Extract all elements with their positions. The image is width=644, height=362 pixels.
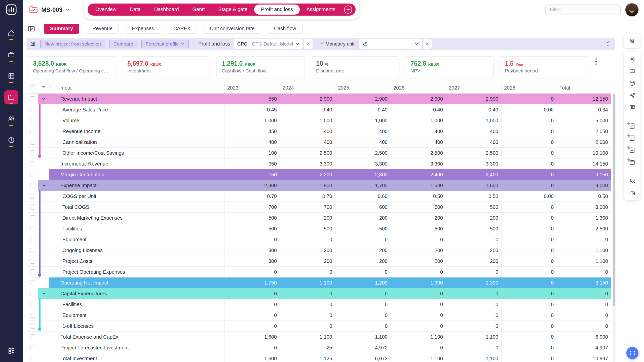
row-checkbox[interactable] xyxy=(30,226,35,231)
nav-tab[interactable]: Stage & gate xyxy=(211,4,254,16)
nav-tab[interactable]: Dashboard xyxy=(147,4,186,16)
table-row[interactable]: Volume1,0001,0001,0001,0001,00005,000 xyxy=(28,115,611,126)
model-select[interactable]: CPG - CPG Default Model xyxy=(234,39,303,49)
row-checkbox[interactable] xyxy=(30,205,35,210)
kpi-menu-button[interactable] xyxy=(595,58,597,65)
sub-tab[interactable]: Unit conversion rate xyxy=(204,24,261,34)
table-row[interactable]: Project Operating Expenses0000000 xyxy=(28,267,611,277)
row-checkbox[interactable] xyxy=(30,183,35,188)
collapse-group-icon[interactable] xyxy=(42,183,46,188)
row-checkbox[interactable] xyxy=(30,215,35,220)
nav-tab[interactable]: Profit and loss xyxy=(254,5,300,15)
column-header-2027[interactable]: 2027 xyxy=(446,82,501,93)
toolbar-button[interactable]: New project from selection xyxy=(40,40,105,48)
row-checkbox[interactable] xyxy=(30,129,35,134)
scrollbar-thumb[interactable] xyxy=(613,94,615,306)
column-header-2026[interactable]: 2026 xyxy=(391,82,446,93)
row-checkbox[interactable] xyxy=(30,324,35,329)
table-row[interactable]: Cannibalization40040040040040002,000 xyxy=(28,137,611,148)
sidebar-item-time[interactable] xyxy=(4,133,18,147)
sub-tab[interactable]: Revenue xyxy=(86,24,119,34)
row-checkbox[interactable] xyxy=(30,356,35,361)
row-checkbox[interactable] xyxy=(30,334,35,339)
sidebar-item-projects[interactable] xyxy=(4,48,18,62)
column-header-input[interactable]: Input xyxy=(56,82,224,93)
row-checkbox[interactable] xyxy=(30,280,35,285)
sidebar-item-home[interactable] xyxy=(4,26,18,40)
package-icon[interactable] xyxy=(629,80,635,87)
nav-tab[interactable]: Overview xyxy=(89,4,123,16)
save-icon[interactable] xyxy=(629,56,635,62)
toolbar-button[interactable]: Forecast profile xyxy=(141,40,189,48)
tune-icon[interactable] xyxy=(629,38,635,44)
user-avatar[interactable] xyxy=(625,3,638,16)
table-row[interactable]: Expense Impact2,3001,8001,7001,6001,6000… xyxy=(28,180,611,191)
table-row[interactable]: Equipment0000000 xyxy=(28,234,611,245)
table-row[interactable]: Operating Net Impact-1,7501,1001,2001,30… xyxy=(28,277,611,288)
collapse-toolbar-button[interactable] xyxy=(607,41,610,47)
project-switcher[interactable]: MS-003 xyxy=(29,5,70,15)
sub-tab[interactable]: Summary xyxy=(44,24,79,34)
table-row[interactable]: Other Income/Cost Savings1002,5002,5002,… xyxy=(28,148,611,158)
table-row[interactable]: Total Investment1,6001,1256,0721,1001,10… xyxy=(28,353,611,362)
table-row[interactable]: Capital Expenditures0000000 xyxy=(28,288,611,299)
nav-tab[interactable]: Assignments xyxy=(300,4,342,16)
toolbar-button[interactable]: Compare xyxy=(109,40,137,48)
sub-tab[interactable]: Cash flow xyxy=(268,24,302,34)
panel-toggle-button[interactable] xyxy=(28,25,35,32)
row-checkbox[interactable] xyxy=(30,248,35,253)
table-row[interactable]: Margin Contribution-1502,2002,3002,4002,… xyxy=(28,169,611,180)
row-checkbox[interactable] xyxy=(30,237,35,242)
row-checkbox[interactable] xyxy=(30,150,35,155)
fullscreen-button[interactable] xyxy=(626,347,638,359)
table-row[interactable]: Ongoing Licenses30020020020020001,100 xyxy=(28,245,611,256)
sub-tab[interactable]: Expenses xyxy=(126,24,160,34)
nav-tab[interactable]: Gantt xyxy=(186,4,212,16)
row-checkbox[interactable] xyxy=(30,194,35,199)
report-chart-icon[interactable] xyxy=(629,123,635,129)
select-all-checkbox[interactable] xyxy=(30,85,35,90)
collapse-group-icon[interactable] xyxy=(42,97,46,101)
table-row[interactable]: Incremental Revenue9503,3003,3003,3003,3… xyxy=(28,158,611,169)
row-checkbox[interactable] xyxy=(30,118,35,123)
row-checkbox[interactable] xyxy=(30,302,35,307)
row-checkbox[interactable] xyxy=(30,269,35,274)
row-checkbox[interactable] xyxy=(30,140,35,145)
row-checkbox[interactable] xyxy=(30,172,35,177)
team-icon[interactable] xyxy=(629,178,635,184)
send-icon[interactable] xyxy=(629,92,635,99)
table-row[interactable]: Revenue Impact5502,9002,9002,9002,900012… xyxy=(28,94,611,104)
table-row[interactable]: Direct Marketing Expenses500200200200200… xyxy=(28,213,611,223)
clear-unit-button[interactable]: ✕ xyxy=(423,39,432,49)
sidebar-item-portfolio[interactable] xyxy=(4,69,18,83)
table-row[interactable]: Facilities0000000 xyxy=(28,299,611,310)
table-row[interactable]: Revenue Income45040040040040002,050 xyxy=(28,126,611,137)
row-checkbox[interactable] xyxy=(30,345,35,350)
sidebar-item-resources[interactable] xyxy=(4,112,18,126)
report-file-icon[interactable] xyxy=(629,135,635,141)
documentation-book-icon[interactable] xyxy=(629,68,635,74)
nav-tab[interactable]: Data xyxy=(123,4,147,16)
project-settings-icon[interactable] xyxy=(629,190,635,196)
row-checkbox[interactable] xyxy=(30,107,35,112)
table-row[interactable]: Total COGS70070060050050003,000 xyxy=(28,202,611,213)
column-header-2025[interactable]: 2025 xyxy=(335,82,391,93)
column-header-2024[interactable]: 2024 xyxy=(280,82,335,93)
unit-select[interactable]: K$ xyxy=(359,39,422,49)
row-checkbox[interactable] xyxy=(30,291,35,296)
report-calendar-icon[interactable] xyxy=(629,159,635,166)
table-row[interactable]: Equipment0000000 xyxy=(28,310,611,321)
hierarchy-icon[interactable] xyxy=(41,85,46,90)
column-header-2023[interactable]: 2023 xyxy=(224,82,280,93)
clear-model-button[interactable]: ✕ xyxy=(304,39,313,49)
table-row[interactable]: 1-off Licenses0000000 xyxy=(28,321,611,332)
table-row[interactable]: Facilities50050050050050002,500 xyxy=(28,223,611,234)
table-row[interactable]: COGS per Unit0.700.700.600.500.500.000.5… xyxy=(28,191,611,202)
table-row[interactable]: Average Sales Price0.450.400.400.400.400… xyxy=(28,104,611,115)
report-export-icon[interactable] xyxy=(629,147,635,153)
comments-icon[interactable] xyxy=(629,104,635,111)
add-tab-button[interactable]: + xyxy=(344,6,352,14)
row-checkbox[interactable] xyxy=(30,96,35,101)
table-row[interactable]: Total Expense and CapEx1,6001,1001,1001,… xyxy=(28,332,611,342)
row-checkbox[interactable] xyxy=(30,259,35,264)
